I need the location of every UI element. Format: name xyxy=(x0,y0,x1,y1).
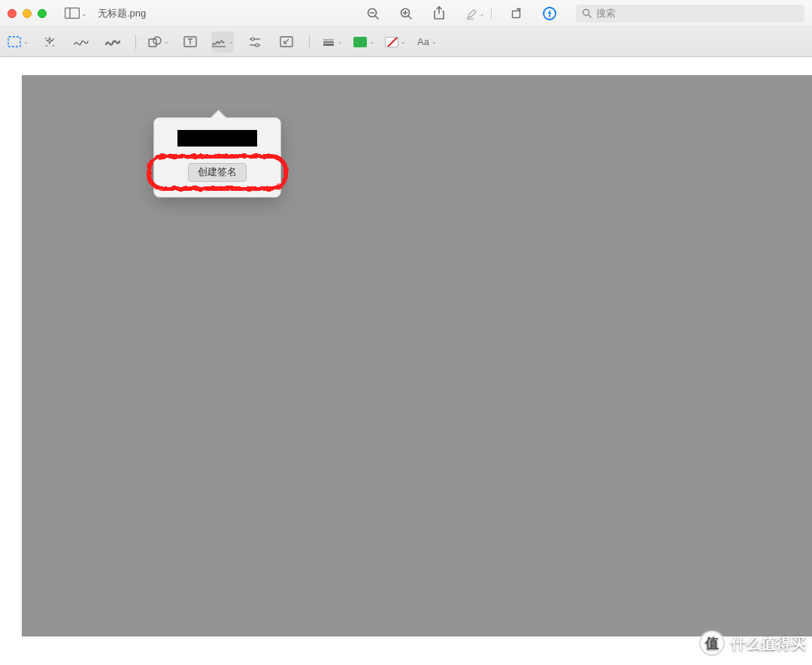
separator xyxy=(491,8,492,19)
chevron-down-icon: ⌄ xyxy=(23,38,29,45)
markup-toolbar: ⌄ ⌄ ⌄ xyxy=(0,27,812,57)
svg-point-24 xyxy=(251,38,254,41)
adjust-color-button[interactable] xyxy=(244,32,265,53)
svg-point-26 xyxy=(256,44,259,47)
draw-tool-button[interactable] xyxy=(102,32,123,53)
magic-wand-icon xyxy=(43,35,56,49)
chevron-down-icon: ⌄ xyxy=(369,38,374,45)
text-tool-button[interactable] xyxy=(180,32,201,53)
svg-rect-10 xyxy=(513,11,520,17)
window-controls xyxy=(8,9,47,18)
chevron-down-icon: ⌄ xyxy=(432,38,437,45)
svg-point-12 xyxy=(583,10,589,16)
rotate-icon xyxy=(510,7,523,20)
svg-rect-14 xyxy=(8,37,20,47)
zoom-in-icon xyxy=(399,7,413,20)
fill-color-button[interactable]: ⌄ xyxy=(385,32,406,53)
border-color-swatch xyxy=(353,37,367,47)
sketch-tool-button[interactable] xyxy=(71,32,92,53)
share-button[interactable] xyxy=(431,5,447,22)
sidebar-icon xyxy=(65,8,80,19)
resize-icon xyxy=(280,36,293,47)
line-weight-icon xyxy=(322,38,335,46)
svg-point-16 xyxy=(53,38,54,40)
zoom-out-button[interactable] xyxy=(365,5,381,22)
shapes-tool-button[interactable]: ⌄ xyxy=(148,32,169,53)
svg-line-6 xyxy=(408,16,411,19)
svg-line-13 xyxy=(589,15,591,17)
selection-tool-button[interactable]: ⌄ xyxy=(8,32,29,53)
highlighter-icon xyxy=(465,7,479,20)
zoom-window-button[interactable] xyxy=(38,9,47,18)
chevron-down-icon: ⌄ xyxy=(338,38,343,45)
svg-point-20 xyxy=(153,37,161,44)
svg-line-3 xyxy=(375,16,378,19)
svg-point-15 xyxy=(45,38,47,39)
sliders-icon xyxy=(248,37,262,47)
titlebar-actions: ⌄ xyxy=(365,5,558,22)
sign-tool-button[interactable]: ⌄ xyxy=(211,32,234,53)
create-signature-button[interactable]: 创建签名 xyxy=(188,163,247,182)
svg-point-17 xyxy=(46,45,47,47)
shape-style-button[interactable]: ⌄ xyxy=(322,32,343,53)
image-content xyxy=(22,75,812,636)
shapes-icon xyxy=(148,36,162,48)
chevron-down-icon: ⌄ xyxy=(164,38,169,45)
selection-rect-icon xyxy=(8,36,21,47)
svg-rect-19 xyxy=(149,39,156,47)
signature-popover: 创建签名 xyxy=(153,117,281,198)
zoom-out-icon xyxy=(366,7,380,20)
chevron-down-icon: ⌄ xyxy=(229,38,234,45)
chevron-down-icon: ⌄ xyxy=(401,38,406,45)
text-box-icon xyxy=(183,36,197,47)
signature-icon xyxy=(211,36,226,48)
border-color-button[interactable]: ⌄ xyxy=(353,32,374,53)
close-window-button[interactable] xyxy=(8,9,17,18)
svg-point-18 xyxy=(53,45,54,47)
text-style-label: Aa xyxy=(417,36,429,47)
instant-alpha-button[interactable] xyxy=(39,32,60,53)
rotate-button[interactable] xyxy=(508,5,525,22)
sketch-squiggle-icon xyxy=(74,37,89,47)
fill-color-swatch-none xyxy=(385,37,398,47)
chevron-down-icon: ⌄ xyxy=(81,10,87,17)
markup-toggle-button[interactable] xyxy=(541,5,558,22)
text-style-button[interactable]: Aa ⌄ xyxy=(417,32,438,53)
minimize-window-button[interactable] xyxy=(23,9,32,18)
separator xyxy=(309,35,310,50)
markup-pen-circle-icon xyxy=(542,6,557,21)
share-icon xyxy=(433,6,445,20)
titlebar: ⌄ 无标题.png xyxy=(0,0,812,27)
chevron-down-icon[interactable]: ⌄ xyxy=(479,10,485,17)
search-field[interactable]: 搜索 xyxy=(576,5,804,23)
canvas-area[interactable]: 创建签名 值 什么值得买 xyxy=(0,57,812,665)
signature-preview-thumbnail[interactable] xyxy=(177,130,257,147)
markup-highlight-button[interactable] xyxy=(464,5,480,22)
window-title: 无标题.png xyxy=(98,7,146,20)
adjust-size-button[interactable] xyxy=(276,32,297,53)
separator xyxy=(135,35,136,50)
draw-squiggle-icon xyxy=(105,37,120,47)
search-icon xyxy=(582,8,592,18)
svg-rect-0 xyxy=(65,8,80,19)
sidebar-toggle-button[interactable]: ⌄ xyxy=(65,8,87,19)
search-placeholder: 搜索 xyxy=(596,7,616,20)
zoom-in-button[interactable] xyxy=(398,5,414,22)
